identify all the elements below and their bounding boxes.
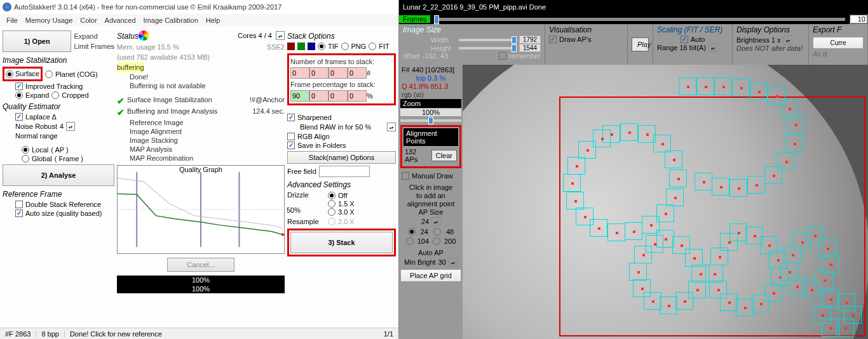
drizzle-15-radio[interactable]: [328, 200, 336, 208]
menu-help[interactable]: Help: [206, 17, 220, 24]
menu-file[interactable]: File: [6, 17, 18, 24]
alignment-point[interactable]: [750, 83, 768, 100]
alignment-point[interactable]: [629, 263, 647, 281]
alignment-point[interactable]: [679, 77, 696, 95]
analyse-button[interactable]: 2) Analyse: [3, 164, 114, 186]
place-grid-button[interactable]: Place AP grid: [400, 269, 461, 282]
alignment-point[interactable]: [720, 233, 738, 251]
width-slider[interactable]: [459, 39, 517, 41]
drizzle-off-radio[interactable]: [328, 192, 336, 199]
alignment-point[interactable]: [593, 130, 611, 147]
remember-checkbox[interactable]: [499, 52, 506, 60]
menu-color[interactable]: Color: [80, 17, 97, 24]
alignment-point[interactable]: [780, 100, 798, 117]
cancel-button[interactable]: Cancel...: [167, 258, 234, 272]
blend-spinner[interactable]: ▴▾: [387, 123, 396, 131]
image-viewport[interactable]: [463, 65, 868, 339]
surface-radio[interactable]: [6, 70, 13, 78]
alignment-point[interactable]: [567, 157, 585, 175]
alignment-point[interactable]: [669, 170, 687, 187]
fp-0[interactable]: [290, 90, 309, 102]
menu-advanced[interactable]: Advanced: [105, 17, 136, 24]
savefolders-checkbox[interactable]: [287, 142, 295, 149]
alignment-point[interactable]: [576, 208, 593, 225]
cores-spinner[interactable]: ▴▾: [276, 31, 285, 40]
double-stack-checkbox[interactable]: [15, 201, 23, 208]
stack-button[interactable]: 3) Stack: [290, 232, 393, 253]
expand-radio[interactable]: [15, 91, 23, 99]
laplace-checkbox[interactable]: [15, 113, 23, 121]
global-radio[interactable]: [22, 155, 29, 163]
alignment-point[interactable]: [785, 135, 803, 152]
rgb-checkbox[interactable]: [287, 133, 295, 140]
fp-2[interactable]: [329, 90, 348, 102]
limit-frames-label[interactable]: Limit Frames: [74, 41, 114, 51]
alignment-point[interactable]: [653, 135, 671, 152]
improved-checkbox[interactable]: [15, 83, 23, 90]
alignment-point[interactable]: [793, 233, 811, 251]
r200-radio[interactable]: [433, 237, 440, 245]
alignment-point[interactable]: [714, 77, 732, 95]
sharpened-checkbox[interactable]: [287, 114, 295, 121]
frames-slider[interactable]: [434, 18, 845, 21]
alignment-point[interactable]: [566, 192, 584, 209]
resample-radio[interactable]: [328, 218, 336, 225]
r48-radio[interactable]: [433, 228, 441, 236]
auto-checkbox[interactable]: [681, 36, 688, 43]
alignment-point[interactable]: [712, 178, 729, 196]
manual-checkbox[interactable]: [402, 172, 409, 180]
noise-spinner[interactable]: ▴▾: [66, 122, 75, 131]
nf-0[interactable]: [290, 67, 309, 79]
menu-calibration[interactable]: Image Calibration: [144, 17, 198, 24]
alignment-point[interactable]: [747, 176, 765, 194]
stackname-button[interactable]: Stack(name) Options: [287, 151, 396, 164]
auto-size-checkbox[interactable]: [15, 209, 23, 217]
alignment-point[interactable]: [818, 239, 836, 257]
fit-radio[interactable]: [369, 43, 376, 50]
apsize-spinner[interactable]: ▴▾: [431, 217, 440, 226]
drawaps-checkbox[interactable]: [549, 36, 557, 43]
alignment-point[interactable]: [732, 79, 750, 96]
alignment-point[interactable]: [822, 290, 839, 308]
alignment-point[interactable]: [666, 189, 684, 206]
alignment-point[interactable]: [764, 166, 782, 184]
alignment-point[interactable]: [625, 222, 642, 240]
alignment-point[interactable]: [787, 116, 804, 133]
alignment-point[interactable]: [780, 263, 798, 281]
play-button[interactable]: Play: [632, 37, 649, 51]
local-radio[interactable]: [22, 146, 29, 154]
fp-3[interactable]: [348, 90, 367, 102]
height-slider[interactable]: [459, 47, 517, 50]
alignment-point[interactable]: [729, 179, 747, 197]
frames-value[interactable]: [849, 14, 868, 24]
freefield-input[interactable]: [319, 166, 370, 177]
nf-2[interactable]: [329, 67, 348, 79]
range-spinner[interactable]: ▴▾: [709, 43, 717, 52]
fp-1[interactable]: [309, 90, 329, 102]
cropped-radio[interactable]: [51, 91, 59, 99]
planet-radio[interactable]: [45, 70, 53, 78]
alignment-point[interactable]: [665, 150, 682, 168]
curr-button[interactable]: Curre: [813, 37, 864, 49]
alignment-point[interactable]: [695, 173, 712, 190]
alignment-point[interactable]: [675, 292, 693, 310]
r104-radio[interactable]: [406, 237, 414, 245]
alignment-point[interactable]: [709, 281, 727, 298]
drizzle-30-radio[interactable]: [328, 208, 336, 216]
nf-3[interactable]: [348, 67, 367, 79]
minbright-spinner[interactable]: ▴▾: [449, 258, 458, 267]
alignment-point[interactable]: [660, 296, 677, 314]
alignment-point[interactable]: [607, 223, 625, 241]
alignment-point[interactable]: [813, 306, 831, 324]
brightness-spinner[interactable]: ▴▾: [783, 36, 792, 44]
alignment-point[interactable]: [705, 265, 723, 282]
alignment-point[interactable]: [696, 77, 714, 95]
menu-memory[interactable]: Memory Usage: [25, 17, 73, 24]
open-button[interactable]: 1) Open: [3, 30, 71, 52]
r24-radio[interactable]: [408, 228, 416, 236]
alignment-point[interactable]: [736, 298, 754, 316]
zoom-slider[interactable]: [400, 119, 461, 122]
alignment-point[interactable]: [633, 279, 651, 297]
alignment-point[interactable]: [620, 123, 638, 141]
alignment-point[interactable]: [646, 235, 663, 253]
